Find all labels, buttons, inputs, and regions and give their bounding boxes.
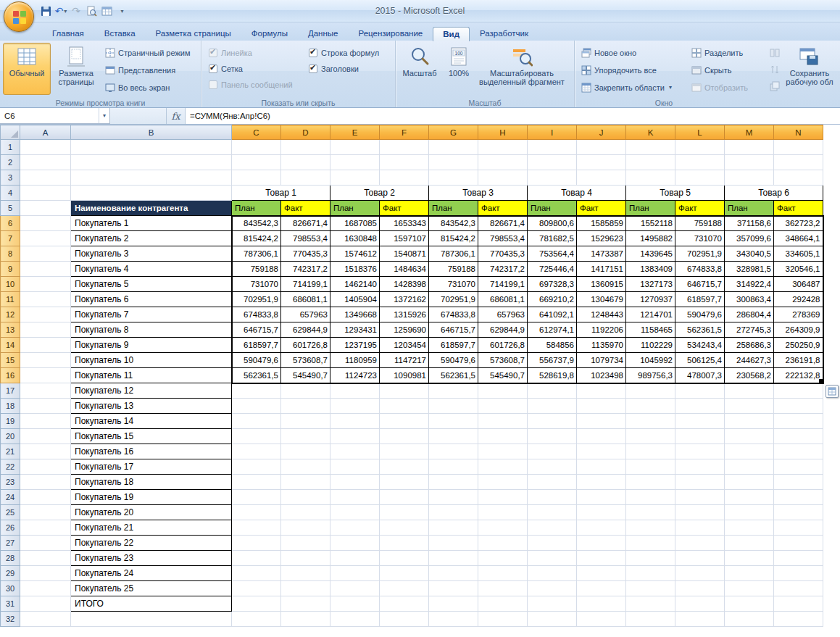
cell-K7[interactable]: 1495882 xyxy=(626,231,675,246)
cell-G26[interactable] xyxy=(429,520,478,536)
cell-D20[interactable] xyxy=(281,429,330,444)
cell-C18[interactable] xyxy=(232,399,281,414)
product-header-2[interactable]: Товар 2 xyxy=(330,186,429,201)
column-header-M[interactable]: M xyxy=(725,125,774,140)
cell-N21[interactable] xyxy=(774,444,823,459)
view-side-by-side-button[interactable] xyxy=(768,46,782,60)
cell-G27[interactable] xyxy=(429,536,478,551)
cell-L31[interactable] xyxy=(675,596,725,612)
cell-L22[interactable] xyxy=(675,459,725,475)
cell-N19[interactable] xyxy=(774,414,823,429)
cell-I27[interactable] xyxy=(528,536,577,551)
cell-F15[interactable]: 1147217 xyxy=(380,353,429,368)
cell-F9[interactable]: 1484634 xyxy=(380,262,429,277)
cell-B31[interactable]: ИТОГО xyxy=(71,596,232,612)
cell-L6[interactable]: 759188 xyxy=(675,216,725,231)
cell-J6[interactable]: 1585859 xyxy=(577,216,626,231)
cell-E32[interactable] xyxy=(330,612,380,627)
cell-J17[interactable] xyxy=(577,383,626,399)
cell-A6[interactable] xyxy=(20,216,71,231)
cell-K23[interactable] xyxy=(626,475,675,490)
tab-insert[interactable]: Вставка xyxy=(94,26,146,41)
cell-N10[interactable]: 306487 xyxy=(774,277,823,292)
cell-L7[interactable]: 731070 xyxy=(675,231,725,246)
cell-G25[interactable] xyxy=(429,505,478,520)
page-layout-button[interactable]: Разметка страницы xyxy=(51,43,101,95)
row-header-3[interactable]: 3 xyxy=(1,170,20,186)
checkbox-message-bar[interactable]: Панель сообщений xyxy=(209,79,300,91)
cell-A5[interactable] xyxy=(20,201,71,216)
cell-M8[interactable]: 343040,5 xyxy=(725,246,774,262)
cell-F22[interactable] xyxy=(380,459,429,475)
cell-G18[interactable] xyxy=(429,399,478,414)
cell-N32[interactable] xyxy=(774,612,823,627)
cell-M29[interactable] xyxy=(725,566,774,581)
cell-B29[interactable]: Покупатель 24 xyxy=(71,566,232,581)
cell-M26[interactable] xyxy=(725,520,774,536)
cell-A23[interactable] xyxy=(20,475,71,490)
cell-I18[interactable] xyxy=(528,399,577,414)
cell-L20[interactable] xyxy=(675,429,725,444)
cell-N27[interactable] xyxy=(774,536,823,551)
cell-H15[interactable]: 573608,7 xyxy=(478,353,528,368)
zoom-button[interactable]: Масштаб xyxy=(399,43,441,95)
cell-K13[interactable]: 1158465 xyxy=(626,322,675,338)
checkbox-formula-bar[interactable]: Строка формул xyxy=(309,47,379,59)
cell-A21[interactable] xyxy=(20,444,71,459)
cell-E3[interactable] xyxy=(330,170,380,186)
row-header-26[interactable]: 26 xyxy=(1,520,20,536)
cell-B5[interactable]: Наименование контрагента xyxy=(71,201,232,216)
cell-H8[interactable]: 770435,3 xyxy=(478,246,528,262)
row-header-15[interactable]: 15 xyxy=(1,353,20,368)
cell-B22[interactable]: Покупатель 17 xyxy=(71,459,232,475)
cell-D1[interactable] xyxy=(281,140,330,155)
cell-B16[interactable]: Покупатель 11 xyxy=(71,368,232,383)
cell-A24[interactable] xyxy=(20,490,71,505)
row-header-9[interactable]: 9 xyxy=(1,262,20,277)
cell-E29[interactable] xyxy=(330,566,380,581)
cell-M13[interactable]: 272745,3 xyxy=(725,322,774,338)
cell-H2[interactable] xyxy=(478,155,528,170)
cell-G7[interactable]: 815424,2 xyxy=(429,231,478,246)
cell-L2[interactable] xyxy=(675,155,725,170)
cell-K24[interactable] xyxy=(626,490,675,505)
cell-D9[interactable]: 742317,2 xyxy=(281,262,330,277)
cell-H20[interactable] xyxy=(478,429,528,444)
cell-J28[interactable] xyxy=(577,551,626,566)
cell-A2[interactable] xyxy=(20,155,71,170)
cell-L32[interactable] xyxy=(675,612,725,627)
cell-E17[interactable] xyxy=(330,383,380,399)
cell-D22[interactable] xyxy=(281,459,330,475)
cell-A4[interactable] xyxy=(20,186,71,201)
cell-M1[interactable] xyxy=(725,140,774,155)
cell-L13[interactable]: 562361,5 xyxy=(675,322,725,338)
column-header-E[interactable]: E xyxy=(330,125,380,140)
cell-J29[interactable] xyxy=(577,566,626,581)
cell-H14[interactable]: 601726,8 xyxy=(478,338,528,353)
cell-A32[interactable] xyxy=(20,612,71,627)
cell-D30[interactable] xyxy=(281,581,330,596)
cell-E14[interactable]: 1237195 xyxy=(330,338,380,353)
cell-F10[interactable]: 1428398 xyxy=(380,277,429,292)
cell-G10[interactable]: 731070 xyxy=(429,277,478,292)
cell-A7[interactable] xyxy=(20,231,71,246)
cell-G17[interactable] xyxy=(429,383,478,399)
formula-input[interactable]: =СУММ(Янв:Апр!C6) xyxy=(186,108,840,124)
cell-H24[interactable] xyxy=(478,490,528,505)
cell-F26[interactable] xyxy=(380,520,429,536)
cell-M14[interactable]: 258686,3 xyxy=(725,338,774,353)
cell-J12[interactable]: 1248443 xyxy=(577,307,626,322)
cell-M19[interactable] xyxy=(725,414,774,429)
cell-N22[interactable] xyxy=(774,459,823,475)
cell-B13[interactable]: Покупатель 8 xyxy=(71,322,232,338)
cell-B8[interactable]: Покупатель 3 xyxy=(71,246,232,262)
tab-view[interactable]: Вид xyxy=(433,27,470,41)
cell-H30[interactable] xyxy=(478,581,528,596)
cell-J1[interactable] xyxy=(577,140,626,155)
cell-G6[interactable]: 843542,3 xyxy=(429,216,478,231)
cell-D2[interactable] xyxy=(281,155,330,170)
row-header-2[interactable]: 2 xyxy=(1,155,20,170)
cell-I32[interactable] xyxy=(528,612,577,627)
row-header-18[interactable]: 18 xyxy=(1,399,20,414)
cell-L10[interactable]: 646715,7 xyxy=(675,277,725,292)
